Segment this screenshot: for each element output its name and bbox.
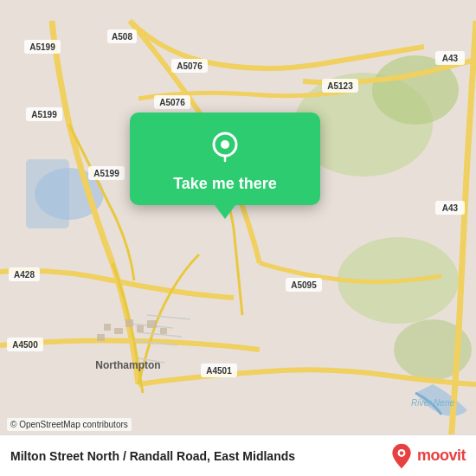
take-me-there-button[interactable]: Take me there [130,113,320,205]
svg-rect-45 [160,328,167,334]
svg-point-50 [400,451,403,454]
svg-text:A5123: A5123 [327,81,353,91]
svg-text:A4501: A4501 [206,366,232,376]
moovit-pin-icon [389,442,414,470]
svg-text:A5199: A5199 [31,110,57,119]
bottom-bar: Milton Street North / Randall Road, East… [0,434,476,476]
moovit-logo: moovit [389,442,466,470]
svg-text:A5095: A5095 [291,280,317,290]
location-info: Milton Street North / Randall Road, East… [10,449,295,463]
map-background: A5199 A5199 A5199 A508 A5076 A5076 A5123… [0,0,476,476]
svg-text:A508: A508 [112,32,132,42]
svg-rect-46 [97,334,105,341]
map-attribution: © OpenStreetMap contributors [7,418,132,431]
svg-rect-41 [114,328,123,334]
location-name: Milton Street North / Randall Road, East… [10,449,295,463]
svg-rect-40 [104,324,111,331]
location-pin-icon [206,128,244,166]
svg-text:A43: A43 [442,54,459,63]
svg-text:A428: A428 [14,270,35,280]
svg-rect-43 [137,325,144,332]
svg-text:A4500: A4500 [12,340,38,350]
map-container: A5199 A5199 A5199 A508 A5076 A5076 A5123… [0,0,476,476]
svg-text:A5199: A5199 [29,42,55,52]
svg-text:A5199: A5199 [93,169,119,178]
svg-text:River Nene: River Nene [411,398,454,408]
svg-text:A5076: A5076 [177,61,203,71]
svg-text:A43: A43 [442,203,459,213]
svg-rect-6 [26,159,69,228]
svg-point-48 [221,140,229,149]
svg-text:A5076: A5076 [159,98,185,107]
moovit-brand-text: moovit [417,447,466,465]
svg-rect-42 [125,319,133,327]
svg-rect-44 [147,320,157,328]
button-label: Take me there [173,175,277,193]
